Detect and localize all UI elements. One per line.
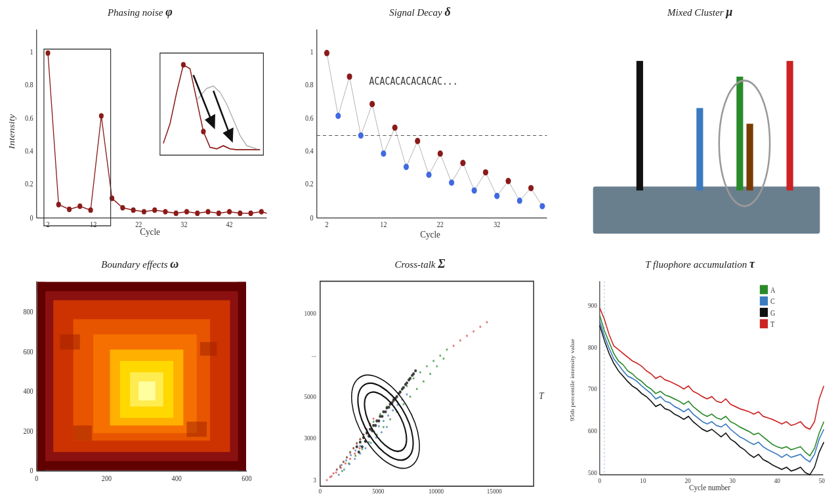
svg-text:0: 0 — [318, 488, 322, 495]
signal-decay-chart: 0 0.2 0.4 0.6 0.8 1 2 12 22 32 Cycle ACA… — [287, 22, 554, 249]
svg-point-243 — [387, 406, 390, 409]
svg-rect-113 — [320, 282, 533, 486]
svg-point-172 — [383, 420, 385, 422]
t-fluophore-chart: 95th percentile intensity value Cycle nu… — [566, 274, 833, 501]
svg-rect-80 — [637, 61, 643, 190]
svg-point-69 — [335, 113, 341, 119]
svg-point-250 — [411, 374, 413, 377]
svg-text:30: 30 — [730, 477, 736, 485]
svg-point-25 — [152, 207, 157, 213]
svg-point-166 — [354, 450, 356, 452]
svg-point-205 — [339, 467, 341, 469]
svg-point-187 — [386, 426, 388, 428]
svg-point-215 — [486, 321, 488, 323]
svg-point-156 — [409, 396, 411, 398]
svg-text:12: 12 — [90, 220, 96, 229]
svg-point-213 — [472, 330, 474, 332]
svg-point-192 — [343, 461, 345, 463]
svg-text:50: 50 — [819, 477, 825, 485]
svg-point-179 — [343, 469, 345, 471]
svg-text:3: 3 — [313, 476, 316, 484]
svg-point-196 — [356, 442, 358, 444]
svg-rect-104 — [138, 381, 155, 400]
svg-text:600: 600 — [588, 427, 597, 434]
svg-text:0.8: 0.8 — [25, 81, 33, 89]
svg-point-22 — [120, 205, 125, 210]
mixed-cluster-greek: μ — [726, 5, 732, 18]
svg-text:95th percentile intensity valu: 95th percentile intensity value — [569, 338, 576, 421]
svg-point-181 — [354, 457, 356, 459]
svg-point-242 — [384, 410, 387, 413]
svg-rect-270 — [760, 285, 768, 294]
svg-text:10: 10 — [640, 477, 646, 485]
svg-rect-111 — [37, 282, 45, 471]
svg-point-201 — [372, 417, 374, 419]
svg-point-63 — [415, 138, 420, 144]
signal-decay-title: Signal Decay δ — [389, 5, 450, 19]
svg-text:32: 32 — [180, 220, 187, 229]
svg-text:Cycle number: Cycle number — [689, 482, 730, 492]
svg-text:32: 32 — [494, 220, 500, 229]
svg-point-235 — [361, 445, 364, 448]
svg-text:12: 12 — [380, 220, 387, 229]
svg-point-152 — [383, 426, 385, 428]
svg-point-173 — [387, 415, 389, 417]
svg-point-75 — [471, 187, 476, 194]
svg-text:Cycle: Cycle — [140, 226, 160, 237]
svg-point-206 — [345, 462, 346, 464]
svg-text:22: 22 — [436, 220, 443, 229]
svg-point-27 — [174, 211, 178, 216]
svg-point-214 — [479, 326, 481, 327]
svg-text:G: G — [770, 308, 775, 317]
svg-point-203 — [330, 475, 332, 477]
svg-point-146 — [341, 470, 343, 472]
svg-point-35 — [259, 209, 264, 214]
svg-point-153 — [389, 418, 391, 420]
svg-text:2: 2 — [46, 220, 49, 229]
svg-point-16 — [56, 202, 61, 207]
svg-point-19 — [89, 207, 93, 213]
svg-rect-79 — [593, 186, 820, 234]
svg-text:500: 500 — [588, 469, 597, 476]
svg-point-143 — [432, 360, 434, 362]
svg-text:600: 600 — [23, 347, 33, 356]
svg-point-202 — [326, 479, 327, 481]
svg-point-65 — [460, 160, 465, 167]
svg-text:5000: 5000 — [372, 488, 384, 495]
cross-talk-chart: 3 3000 5000 ... 1000 0 5000 10000 15000 … — [287, 274, 554, 501]
svg-point-17 — [67, 207, 72, 212]
svg-text:0.2: 0.2 — [305, 179, 314, 188]
svg-text:2: 2 — [325, 220, 328, 229]
svg-point-240 — [377, 419, 380, 423]
svg-text:A: A — [770, 285, 775, 294]
svg-point-66 — [483, 169, 488, 176]
svg-text:C: C — [770, 297, 775, 306]
svg-rect-108 — [186, 422, 206, 437]
svg-point-145 — [446, 348, 448, 350]
mixed-cluster-chart — [566, 22, 833, 249]
svg-point-161 — [442, 358, 444, 360]
svg-point-177 — [406, 393, 408, 395]
svg-text:T: T — [539, 390, 544, 401]
panel-t-fluophore: T fluophore accumulation τ 95th percenti… — [560, 252, 840, 504]
svg-text:0: 0 — [598, 477, 602, 485]
svg-point-64 — [437, 150, 442, 157]
svg-point-29 — [195, 211, 200, 216]
svg-point-241 — [381, 415, 383, 418]
svg-point-186 — [380, 431, 382, 433]
cross-talk-title: Cross-talk Σ — [395, 257, 446, 271]
svg-text:3000: 3000 — [304, 434, 316, 442]
svg-text:0.4: 0.4 — [25, 146, 33, 155]
svg-point-180 — [348, 463, 350, 465]
svg-point-33 — [238, 211, 242, 216]
svg-point-77 — [516, 198, 522, 204]
svg-point-71 — [381, 150, 386, 157]
svg-point-171 — [377, 425, 379, 427]
svg-point-193 — [346, 456, 348, 458]
svg-point-34 — [249, 211, 253, 216]
svg-text:40: 40 — [774, 477, 780, 485]
svg-point-32 — [227, 209, 232, 214]
svg-text:900: 900 — [588, 301, 597, 309]
svg-rect-84 — [787, 61, 793, 190]
svg-text:400: 400 — [23, 387, 33, 395]
